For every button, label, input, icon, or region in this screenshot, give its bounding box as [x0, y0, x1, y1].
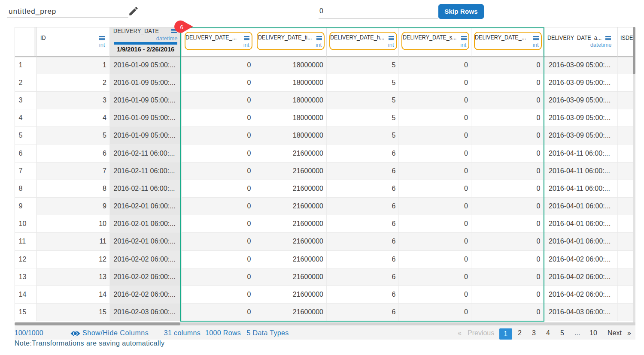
svg-text:6: 6 [180, 24, 183, 30]
